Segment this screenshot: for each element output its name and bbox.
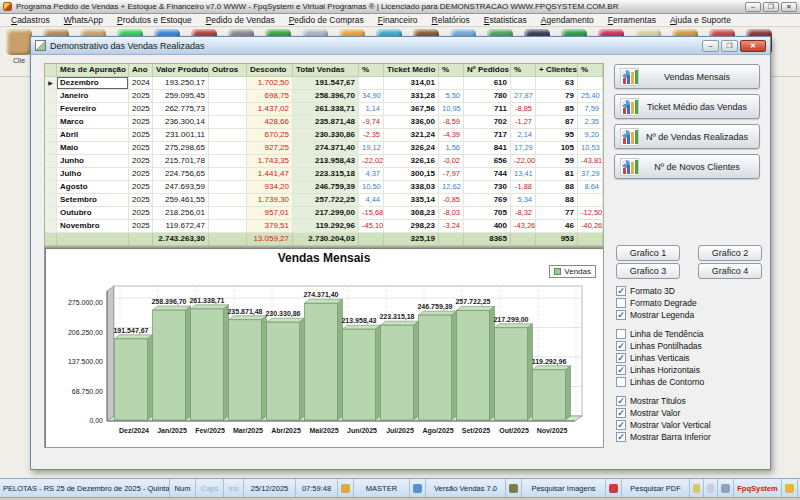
table-cell[interactable]: 10,95 [439, 103, 464, 116]
row-selector[interactable] [45, 220, 57, 233]
column-header-n-pedidos[interactable]: Nº Pedidos [464, 64, 511, 77]
table-cell[interactable]: 769 [464, 194, 511, 207]
checkbox-linha-de-tendencia[interactable]: Linha de Tendência [616, 328, 704, 340]
table-cell[interactable]: 261.338,71 [293, 103, 359, 116]
table-cell[interactable]: Junho [57, 155, 129, 168]
key-icon[interactable] [338, 479, 354, 497]
table-cell[interactable]: 191.547,67 [293, 77, 359, 90]
menu-item-pedido-de-vendas[interactable]: Pedido de Vendas [199, 15, 282, 25]
table-cell[interactable]: 314,01 [384, 77, 439, 90]
row-selector[interactable] [45, 155, 57, 168]
row-selector[interactable] [45, 90, 57, 103]
checkbox-box[interactable]: ✓ [616, 310, 626, 320]
search-tool-icon[interactable] [506, 479, 522, 497]
table-cell[interactable]: 2,14 [511, 129, 536, 142]
pdf-icon[interactable] [606, 479, 622, 497]
table-cell[interactable] [209, 207, 247, 220]
table-cell[interactable]: 77 [536, 207, 578, 220]
table-cell[interactable]: 338,03 [384, 181, 439, 194]
table-cell[interactable]: -7,97 [439, 168, 464, 181]
table-cell[interactable] [578, 194, 603, 207]
table-cell[interactable]: 2025 [129, 142, 153, 155]
monitor-icon[interactable] [718, 479, 734, 497]
table-cell[interactable]: 934,20 [247, 181, 293, 194]
table-cell[interactable]: 257.722,25 [293, 194, 359, 207]
checkbox-formato-3d[interactable]: ✓Formato 3D [616, 285, 697, 297]
table-cell[interactable]: 88 [536, 194, 578, 207]
table-cell[interactable]: 215.701,78 [153, 155, 209, 168]
checkbox-box[interactable] [616, 329, 626, 339]
sync-icon[interactable] [410, 479, 426, 497]
table-cell[interactable]: Marco [57, 116, 129, 129]
table-cell[interactable]: 336,00 [384, 116, 439, 129]
table-cell[interactable]: -12,50 [578, 207, 603, 220]
table-cell[interactable]: -2,35 [359, 129, 384, 142]
table-cell[interactable]: 258.396,70 [293, 90, 359, 103]
table-cell[interactable]: 335,14 [384, 194, 439, 207]
menu-item-relatorios[interactable]: Relatórios [425, 15, 477, 25]
mdi-maximize-button[interactable]: ❐ [721, 40, 738, 52]
table-cell[interactable]: 711 [464, 103, 511, 116]
table-cell[interactable] [209, 103, 247, 116]
table-cell[interactable]: 37,29 [578, 168, 603, 181]
table-cell[interactable] [359, 77, 384, 90]
checkbox-box[interactable]: ✓ [616, 286, 626, 296]
table-cell[interactable]: 2025 [129, 116, 153, 129]
checkbox-box[interactable] [616, 377, 626, 387]
table-cell[interactable]: 236.300,14 [153, 116, 209, 129]
table-cell[interactable]: -43,81 [578, 155, 603, 168]
view-button-n-de-vendas-realizadas[interactable]: Nº de Vendas Realizadas [614, 124, 760, 149]
menu-item-cadastros[interactable]: Cadastros [4, 15, 57, 25]
table-cell[interactable]: -8,85 [511, 103, 536, 116]
table-cell[interactable]: -43,26 [511, 220, 536, 233]
checkbox-box[interactable]: ✓ [616, 365, 626, 375]
table-cell[interactable]: -0,02 [439, 155, 464, 168]
row-selector[interactable] [45, 168, 57, 181]
table-cell[interactable]: 2024 [129, 77, 153, 90]
checkbox-box[interactable]: ✓ [616, 341, 626, 351]
table-cell[interactable]: 17,29 [511, 142, 536, 155]
table-cell[interactable]: 119.672,47 [153, 220, 209, 233]
table-cell[interactable]: -8,32 [511, 207, 536, 220]
table-cell[interactable] [209, 129, 247, 142]
checkbox-linhas-horizontais[interactable]: ✓Linhas Horizontais [616, 364, 704, 376]
table-cell[interactable]: 25,40 [578, 90, 603, 103]
table-cell[interactable]: 656 [464, 155, 511, 168]
view-button-n-de-novos-clientes[interactable]: Nº de Novos Clientes [614, 154, 760, 179]
table-cell[interactable]: 780 [464, 90, 511, 103]
column-header-[interactable]: % [439, 64, 464, 77]
table-cell[interactable]: 698,75 [247, 90, 293, 103]
table-cell[interactable]: 105 [536, 142, 578, 155]
row-selector[interactable] [45, 103, 57, 116]
table-cell[interactable]: 744 [464, 168, 511, 181]
table-cell[interactable]: 10,50 [359, 181, 384, 194]
table-cell[interactable]: 610 [464, 77, 511, 90]
table-cell[interactable]: 231.001,11 [153, 129, 209, 142]
table-cell[interactable]: 81 [536, 168, 578, 181]
table-cell[interactable]: Agosto [57, 181, 129, 194]
table-cell[interactable]: 259.095,45 [153, 90, 209, 103]
table-cell[interactable]: -1,88 [511, 181, 536, 194]
checkbox-formato-degrade[interactable]: Formato Degrade [616, 297, 697, 309]
table-cell[interactable]: -9,74 [359, 116, 384, 129]
table-cell[interactable]: 730 [464, 181, 511, 194]
table-cell[interactable] [209, 220, 247, 233]
table-cell[interactable]: -22,02 [359, 155, 384, 168]
column-header-valor-produto[interactable]: Valor Produto [153, 64, 209, 77]
checkbox-linhas-de-contorno[interactable]: Linhas de Contorno [616, 376, 704, 388]
table-cell[interactable]: 2025 [129, 207, 153, 220]
menu-item-ajuda-e-suporte[interactable]: Ajuda e Suporte [663, 15, 738, 25]
table-cell[interactable]: 5,50 [439, 90, 464, 103]
table-cell[interactable]: 1.441,47 [247, 168, 293, 181]
table-cell[interactable]: Setembro [57, 194, 129, 207]
row-selector[interactable] [45, 142, 57, 155]
table-cell[interactable] [511, 77, 536, 90]
checkbox-box[interactable]: ✓ [616, 353, 626, 363]
mdi-titlebar[interactable]: Demonstrativo das Vendas Realizadas – ❐ … [31, 37, 770, 55]
table-cell[interactable] [209, 194, 247, 207]
table-cell[interactable]: 1,56 [439, 142, 464, 155]
table-cell[interactable]: 2025 [129, 168, 153, 181]
table-cell[interactable]: Fevereiro [57, 103, 129, 116]
table-cell[interactable]: 428,66 [247, 116, 293, 129]
table-cell[interactable]: -15,68 [359, 207, 384, 220]
